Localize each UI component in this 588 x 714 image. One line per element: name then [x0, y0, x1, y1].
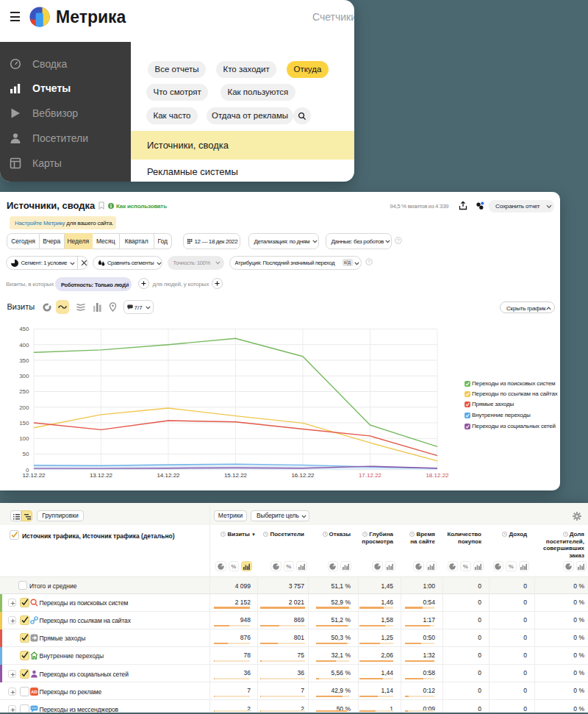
svg-text:200: 200	[19, 404, 29, 411]
svg-text:450: 450	[19, 326, 29, 332]
svg-text:18.12.22: 18.12.22	[426, 472, 449, 479]
svg-text:350: 350	[19, 357, 29, 364]
svg-text:?: ?	[368, 260, 370, 264]
svg-text:250: 250	[19, 388, 29, 395]
svg-text:50: 50	[23, 451, 29, 457]
svg-text:400: 400	[19, 342, 29, 349]
svg-text:100: 100	[19, 435, 29, 442]
svg-text:14.12.22: 14.12.22	[157, 472, 180, 479]
svg-text:150: 150	[19, 420, 29, 426]
svg-text:300: 300	[19, 373, 29, 379]
svg-text:13.12.22: 13.12.22	[90, 472, 113, 479]
svg-text:?: ?	[397, 238, 400, 243]
svg-text:12.12.22: 12.12.22	[22, 472, 46, 479]
svg-text:17.12.22: 17.12.22	[359, 472, 382, 479]
svg-text:15.12.22: 15.12.22	[224, 472, 248, 479]
svg-text:16.12.22: 16.12.22	[291, 472, 315, 479]
svg-text:AD: AD	[31, 690, 37, 694]
